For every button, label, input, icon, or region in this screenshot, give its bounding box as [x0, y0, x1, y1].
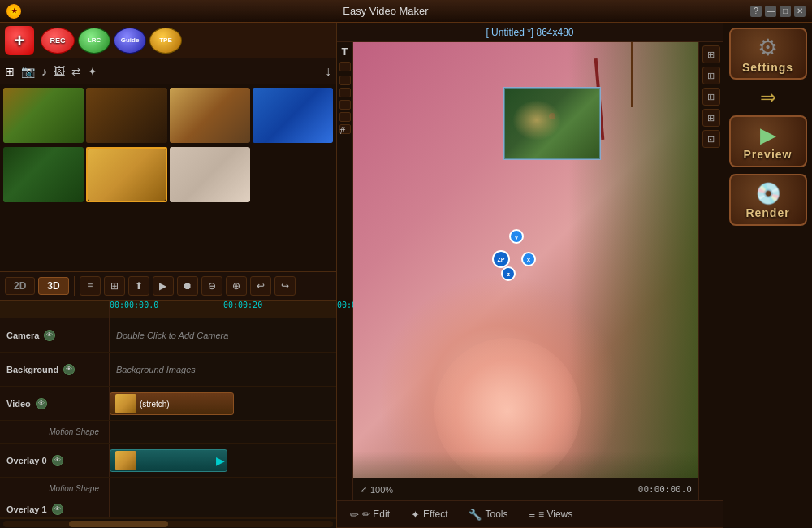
- toolbar-separator-1: [74, 276, 75, 296]
- video-track: Video 👁 (stretch): [0, 387, 336, 421]
- tl-zoom-in-icon[interactable]: ⊕: [226, 276, 247, 296]
- media-thumb-7[interactable]: [170, 147, 250, 202]
- overlay0-label-text: Overlay 0: [6, 456, 47, 465]
- overlay0-eye-button[interactable]: 👁: [52, 455, 63, 466]
- preview-label: Preview: [744, 148, 793, 161]
- video-track-label: Video 👁: [0, 387, 110, 420]
- media-thumb-5[interactable]: [3, 147, 84, 202]
- background-label-text: Background: [6, 365, 58, 374]
- time-ruler-ticks: 00:00:00.0 00:00:20 00:00:40 00:01:00: [110, 301, 336, 318]
- video-motion-text: Motion Shape: [49, 427, 99, 436]
- media-icon-audio[interactable]: ♪: [41, 65, 47, 78]
- rs-icon-4[interactable]: ⊞: [702, 109, 720, 127]
- app-logo: ★: [6, 4, 21, 19]
- align-tool-3[interactable]: [339, 88, 351, 97]
- media-thumb-3[interactable]: [170, 88, 250, 143]
- tools-tab[interactable]: 🔧 Tools: [459, 505, 517, 524]
- timeline-scrollbar[interactable]: [0, 518, 336, 528]
- time-marker-0: 00:00:00.0: [110, 301, 158, 309]
- settings-button[interactable]: ⚙ Settings: [729, 28, 807, 80]
- close-button[interactable]: ✕: [794, 6, 806, 17]
- tl-list-icon[interactable]: ≡: [80, 276, 101, 296]
- overlay1-eye-button[interactable]: 👁: [52, 504, 63, 515]
- overlay0-motion-content: [110, 478, 336, 500]
- edit-tab[interactable]: ✏ ✏ Edit: [340, 505, 400, 524]
- x-handle[interactable]: x: [521, 252, 536, 266]
- overlay1-track-content: [110, 500, 336, 517]
- timeline-scrollbar-thumb[interactable]: [69, 521, 168, 527]
- tl-redo-icon[interactable]: ↪: [274, 276, 296, 296]
- overlay0-track: Overlay 0 👁 ▶: [0, 444, 336, 478]
- render-button[interactable]: 💿 Render: [729, 174, 807, 226]
- align-tool-5[interactable]: [339, 112, 351, 122]
- download-button[interactable]: ↓: [325, 64, 331, 79]
- media-thumb-2[interactable]: [86, 88, 166, 143]
- overlay1-label-text: Overlay 1: [6, 504, 47, 514]
- media-icon-image[interactable]: 🖼: [54, 65, 65, 78]
- timeline-toolbar: 2D 3D ≡ ⊞ ⬆ ▶ ⏺ ⊖ ⊕ ↩ ↪: [0, 271, 336, 301]
- effect-tab[interactable]: ✦ Effect: [401, 505, 457, 524]
- media-thumb-1[interactable]: [3, 88, 84, 143]
- media-thumb-4[interactable]: [253, 88, 333, 143]
- video-motion-shape-track: Motion Shape: [0, 421, 336, 444]
- rs-icon-1[interactable]: ⊞: [702, 45, 720, 63]
- media-icon-effect[interactable]: ✦: [88, 65, 97, 78]
- inset-video[interactable]: [503, 87, 601, 160]
- time-ruler-container: 00:00:00.0 00:00:20 00:00:40 00:01:00: [0, 301, 336, 318]
- minimize-button[interactable]: —: [765, 6, 776, 17]
- background-eye-button[interactable]: 👁: [63, 364, 75, 375]
- app-title: Easy Video Maker: [21, 5, 750, 17]
- tl-undo-icon[interactable]: ↩: [250, 276, 271, 296]
- zoom-icon: ⤢: [360, 484, 367, 495]
- tl-record-icon[interactable]: ⏺: [177, 276, 198, 296]
- tl-upload-icon[interactable]: ⬆: [128, 276, 149, 296]
- timeline-section: 2D 3D ≡ ⊞ ⬆ ▶ ⏺ ⊖ ⊕ ↩ ↪ 00:00:00.0 00:00…: [0, 271, 336, 528]
- zp-handle[interactable]: ZP: [492, 250, 510, 268]
- 2d-mode-button[interactable]: 2D: [5, 277, 35, 295]
- maximize-button[interactable]: □: [780, 6, 791, 17]
- window-controls: ? — □ ✕: [750, 6, 806, 17]
- tpe-button[interactable]: TPE: [149, 28, 182, 54]
- text-tool-panel: T #: [337, 42, 353, 500]
- video-eye-button[interactable]: 👁: [36, 398, 47, 409]
- overlay0-block[interactable]: ▶: [110, 449, 227, 472]
- media-icon-photo[interactable]: 📷: [21, 65, 35, 78]
- rec-button[interactable]: REC: [41, 28, 75, 54]
- camera-eye-button[interactable]: 👁: [44, 330, 55, 341]
- views-tab[interactable]: ≡ ≡ Views: [520, 505, 583, 524]
- video-block[interactable]: (stretch): [110, 392, 234, 415]
- arrow-right-button[interactable]: ⇒: [760, 86, 776, 109]
- z-handle[interactable]: z: [501, 266, 516, 281]
- align-tool-2[interactable]: [339, 76, 351, 85]
- lrc-button[interactable]: LRC: [78, 28, 110, 54]
- media-icon-video[interactable]: ⊞: [5, 65, 15, 78]
- zoom-control: ⤢ 100%: [360, 484, 393, 495]
- camera-label-text: Camera: [6, 331, 39, 340]
- overlay0-motion-text: Motion Shape: [49, 484, 99, 493]
- video-block-label: (stretch): [140, 400, 170, 409]
- tl-zoom-out-icon[interactable]: ⊖: [201, 276, 222, 296]
- align-tool-1[interactable]: [339, 62, 351, 71]
- media-thumb-6[interactable]: [86, 147, 166, 202]
- help-button[interactable]: ?: [750, 6, 762, 17]
- guide-button[interactable]: Guide: [114, 28, 146, 54]
- rs-icon-2[interactable]: ⊞: [702, 67, 720, 84]
- edit-icon: ✏: [350, 509, 359, 521]
- align-tool-4[interactable]: [339, 100, 351, 110]
- video-label-text: Video: [6, 399, 31, 409]
- text-tool-button[interactable]: T: [342, 45, 348, 58]
- rs-icon-5[interactable]: ⊡: [702, 130, 720, 148]
- grid-tool[interactable]: #: [339, 124, 351, 134]
- preview-button[interactable]: ▶ Preview: [729, 115, 807, 167]
- views-label: ≡ Views: [538, 509, 572, 520]
- y-handle[interactable]: y: [509, 229, 524, 244]
- 3d-mode-button[interactable]: 3D: [38, 277, 68, 295]
- tl-play-icon[interactable]: ▶: [153, 276, 174, 296]
- rs-icon-3[interactable]: ⊞: [702, 88, 720, 106]
- tl-add-video-icon[interactable]: ⊞: [104, 276, 125, 296]
- add-button[interactable]: +: [5, 26, 34, 55]
- camera-track-label: Camera 👁: [0, 318, 110, 352]
- views-icon: ≡: [529, 509, 536, 521]
- media-icon-transition[interactable]: ⇄: [71, 65, 81, 78]
- time-marker-1: 00:00:20: [223, 301, 262, 309]
